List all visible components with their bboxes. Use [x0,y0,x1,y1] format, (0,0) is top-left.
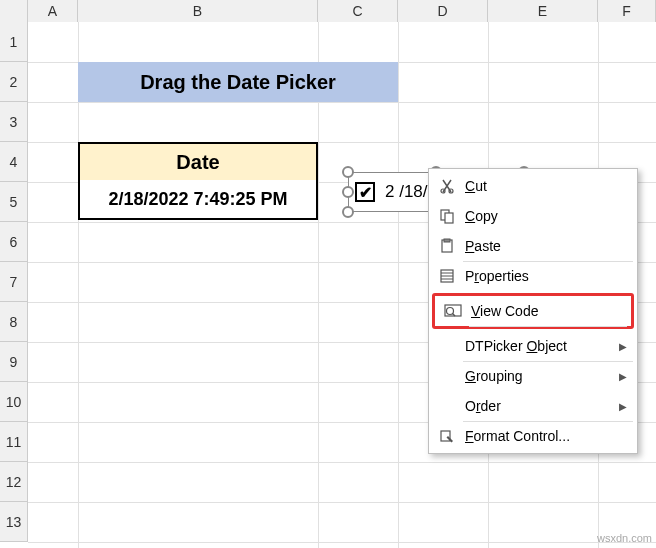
select-all-corner[interactable] [0,0,28,22]
menu-label: Copy [465,208,627,224]
menu-item-format-control[interactable]: Format Control... [429,421,637,451]
date-header-cell[interactable]: Date [78,142,318,182]
row-header-13[interactable]: 13 [0,502,28,542]
menu-item-grouping[interactable]: Grouping ▶ [429,361,637,391]
row-header-6[interactable]: 6 [0,222,28,262]
menu-label: DTPicker Object [465,338,619,354]
resize-handle-tl[interactable] [342,166,354,178]
svg-point-11 [447,308,454,315]
submenu-arrow-icon: ▶ [619,341,627,352]
submenu-arrow-icon: ▶ [619,371,627,382]
menu-label: Grouping [465,368,619,384]
row-header-3[interactable]: 3 [0,102,28,142]
spreadsheet: A B C D E F 1 2 3 4 5 6 7 8 9 10 11 12 1… [0,0,656,548]
dtpicker-checkbox[interactable]: ✔ [355,182,375,202]
col-header-F[interactable]: F [598,0,656,22]
copy-icon [435,206,459,226]
blank-icon [435,396,459,416]
row-header-11[interactable]: 11 [0,422,28,462]
resize-handle-bl[interactable] [342,206,354,218]
cut-icon [435,176,459,196]
menu-item-view-code[interactable]: View Code [432,293,634,329]
row-headers: 1 2 3 4 5 6 7 8 9 10 11 12 13 [0,22,28,542]
menu-item-paste[interactable]: Paste [429,231,637,261]
row-header-9[interactable]: 9 [0,342,28,382]
row-header-5[interactable]: 5 [0,182,28,222]
view-code-icon [441,301,465,321]
paste-icon [435,236,459,256]
row-header-2[interactable]: 2 [0,62,28,102]
svg-rect-5 [444,239,450,242]
menu-label: Format Control... [465,428,627,444]
row-header-1[interactable]: 1 [0,22,28,62]
col-header-A[interactable]: A [28,0,78,22]
col-header-C[interactable]: C [318,0,398,22]
format-control-icon [435,426,459,446]
col-header-E[interactable]: E [488,0,598,22]
row-header-10[interactable]: 10 [0,382,28,422]
menu-item-copy[interactable]: Copy [429,201,637,231]
svg-rect-3 [445,213,453,223]
row-header-4[interactable]: 4 [0,142,28,182]
properties-icon [435,266,459,286]
row-header-8[interactable]: 8 [0,302,28,342]
row-header-7[interactable]: 7 [0,262,28,302]
watermark: wsxdn.com [597,532,652,544]
menu-item-properties[interactable]: Properties [429,261,637,291]
context-menu: CuCutt Copy Paste Properties View Code [428,168,638,454]
menu-label: Order [465,398,619,414]
blank-icon [435,366,459,386]
menu-label: CuCutt [465,178,627,194]
menu-label: Properties [465,268,627,284]
col-header-B[interactable]: B [78,0,318,22]
menu-item-dtpicker-object[interactable]: DTPicker Object ▶ [429,331,637,361]
title-cell[interactable]: Drag the Date Picker [78,62,398,102]
menu-item-cut[interactable]: CuCutt [429,171,637,201]
resize-handle-ml[interactable] [342,186,354,198]
row-header-12[interactable]: 12 [0,462,28,502]
submenu-arrow-icon: ▶ [619,401,627,412]
datetime-cell[interactable]: 2/18/2022 7:49:25 PM [78,180,318,220]
col-header-D[interactable]: D [398,0,488,22]
blank-icon [435,336,459,356]
menu-label: Paste [465,238,627,254]
menu-label: View Code [471,303,621,319]
menu-item-order[interactable]: Order ▶ [429,391,637,421]
column-headers: A B C D E F [0,0,656,22]
